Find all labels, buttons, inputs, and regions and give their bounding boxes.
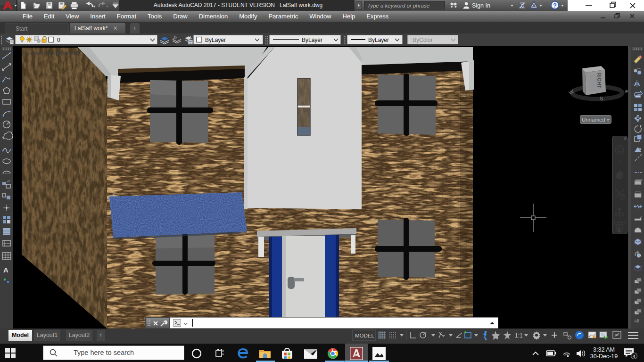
svg-text:MODEL: MODEL [355, 333, 375, 338]
svg-text:?: ? [553, 2, 557, 9]
svg-text:0: 0 [57, 37, 60, 43]
svg-text:RIGHT: RIGHT [596, 73, 602, 89]
svg-text:4: 4 [633, 354, 635, 359]
svg-text:ByLayer: ByLayer [302, 37, 322, 43]
svg-text:S: S [600, 96, 603, 101]
svg-text:Sign In: Sign In [472, 2, 490, 9]
svg-text:ByLayer: ByLayer [205, 37, 226, 43]
svg-text:1:1: 1:1 [515, 332, 523, 339]
svg-text:A: A [3, 266, 8, 274]
svg-text:ByColor: ByColor [413, 37, 433, 43]
svg-text:Aȅ: Aȅ [634, 319, 639, 323]
svg-text:ByLayer: ByLayer [368, 37, 389, 43]
svg-text:X: X [519, 1, 525, 10]
